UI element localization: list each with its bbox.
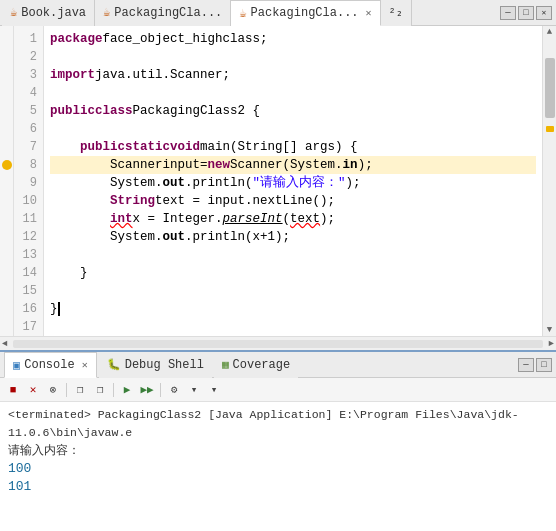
view-menu-button[interactable]: ▾: [185, 381, 203, 399]
options-button[interactable]: ▾: [205, 381, 223, 399]
coverage-tab-label: Coverage: [233, 358, 291, 372]
toolbar-separator-3: [160, 383, 161, 397]
window-controls: — □ ✕: [500, 6, 556, 20]
minimize-button[interactable]: —: [500, 6, 516, 20]
panel-minimize-btn[interactable]: —: [518, 358, 534, 372]
code-editor: 1 2 3 4 5 6 7 8 9 10 11 12 13 14 15 16 1…: [0, 26, 556, 336]
panel-right-buttons: — □: [518, 358, 556, 372]
tab-label-1: Book.java: [21, 6, 86, 20]
run-button[interactable]: ▶: [118, 381, 136, 399]
run-all-button[interactable]: ▶▶: [138, 381, 156, 399]
code-line-8: Scanner input = new Scanner(System.in);: [50, 156, 536, 174]
editor-tab-bar: ☕ Book.java ☕ PackagingCla... ☕ Packagin…: [0, 0, 556, 26]
console-output: <terminated> PackagingClass2 [Java Appli…: [0, 402, 556, 531]
debug-tab-label: Debug Shell: [125, 358, 204, 372]
line-numbers: 1 2 3 4 5 6 7 8 9 10 11 12 13 14 15 16 1…: [14, 26, 44, 336]
paste-button[interactable]: ❐: [91, 381, 109, 399]
code-line-3: import java.util.Scanner;: [50, 66, 536, 84]
horizontal-scrollbar[interactable]: ◄ ►: [0, 336, 556, 350]
console-icon: ▣: [13, 358, 20, 373]
breakpoint-marker[interactable]: [2, 160, 12, 170]
code-line-6: [50, 120, 536, 138]
coverage-icon: ▦: [222, 358, 229, 371]
code-line-7: public static void main(String[] args) {: [50, 138, 536, 156]
code-line-17: [50, 318, 536, 336]
code-line-15: [50, 282, 536, 300]
toolbar-separator-2: [113, 383, 114, 397]
console-line-3: 101: [8, 478, 548, 496]
copy-button[interactable]: ❐: [71, 381, 89, 399]
code-line-5: public class PackagingClass2 {: [50, 102, 536, 120]
code-line-13: [50, 246, 536, 264]
code-line-14: }: [50, 264, 536, 282]
scroll-thumb[interactable]: [545, 58, 555, 118]
gutter-markers: [0, 26, 14, 336]
maximize-button[interactable]: □: [518, 6, 534, 20]
code-line-12: System.out.println(x+1);: [50, 228, 536, 246]
stop-button[interactable]: ■: [4, 381, 22, 399]
java-icon-3: ☕: [239, 6, 246, 21]
terminated-message: <terminated> PackagingClass2 [Java Appli…: [8, 406, 548, 442]
disconnect-button[interactable]: ⊗: [44, 381, 62, 399]
tab-overflow[interactable]: ²₂: [381, 0, 412, 26]
tab-packaging-2[interactable]: ☕ PackagingCla... ✕: [231, 0, 380, 26]
console-tab-label: Console: [24, 358, 74, 372]
panel-maximize-btn[interactable]: □: [536, 358, 552, 372]
terminate-button[interactable]: ✕: [24, 381, 42, 399]
debug-icon: 🐛: [107, 358, 121, 371]
console-tab-close[interactable]: ✕: [82, 359, 88, 371]
tab-packaging-1[interactable]: ☕ PackagingCla...: [95, 0, 231, 26]
console-line-1: 请输入内容：: [8, 442, 548, 460]
tab-close-button[interactable]: ✕: [366, 7, 372, 19]
code-line-11: int x = Integer.parseInt(text);: [50, 210, 536, 228]
tab-label-3: PackagingCla...: [251, 6, 359, 20]
code-line-1: package face_object_highclass;: [50, 30, 536, 48]
code-line-16: }: [50, 300, 536, 318]
code-line-2: [50, 48, 536, 66]
restore-button[interactable]: ✕: [536, 6, 552, 20]
code-line-4: [50, 84, 536, 102]
console-line-2: 100: [8, 460, 548, 478]
panel-tab-bar: ▣ Console ✕ 🐛 Debug Shell ▦ Coverage — □: [0, 352, 556, 378]
tab-book-java[interactable]: ☕ Book.java: [2, 0, 95, 26]
console-tab[interactable]: ▣ Console ✕: [4, 352, 97, 378]
minimap-warning: [546, 126, 554, 132]
java-icon-2: ☕: [103, 5, 110, 20]
tab-label-2: PackagingCla...: [114, 6, 222, 20]
code-line-9: System.out.println("请输入内容：");: [50, 174, 536, 192]
editor-scrollbar[interactable]: ▲ ▼: [542, 26, 556, 336]
console-toolbar: ■ ✕ ⊗ ❐ ❐ ▶ ▶▶ ⚙ ▾ ▾: [0, 378, 556, 402]
tab-label-4: ²₂: [389, 5, 403, 20]
code-line-10: String text = input.nextLine();: [50, 192, 536, 210]
java-icon-1: ☕: [10, 5, 17, 20]
debug-shell-tab[interactable]: 🐛 Debug Shell: [99, 352, 212, 378]
bottom-panel: ▣ Console ✕ 🐛 Debug Shell ▦ Coverage — □…: [0, 350, 556, 531]
coverage-tab[interactable]: ▦ Coverage: [214, 352, 298, 378]
settings-button[interactable]: ⚙: [165, 381, 183, 399]
h-scroll-track[interactable]: [13, 340, 542, 348]
toolbar-separator-1: [66, 383, 67, 397]
code-text[interactable]: package face_object_highclass; import ja…: [44, 26, 542, 336]
